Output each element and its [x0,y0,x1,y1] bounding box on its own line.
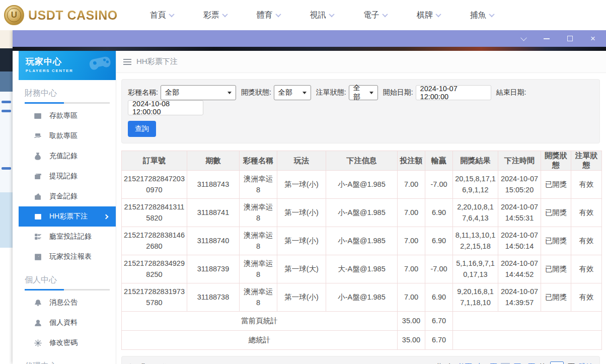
table-row: 215217282841311582031188741澳洲幸运8第一球(小)小-… [122,199,602,227]
column-header: 開獎狀態 [541,151,571,171]
gear-icon [34,339,42,347]
menu-icon[interactable] [123,59,131,65]
sidebar-item[interactable]: HH彩票下注 [19,206,116,227]
window-menu-chevron-icon[interactable] [519,35,527,43]
chevron-right-icon [104,214,109,219]
top-nav-item[interactable]: 彩票 [203,10,227,21]
top-nav-item[interactable]: 捕魚 [470,10,494,21]
query-button[interactable]: 查詢 [128,121,156,137]
table-cell: 已開獎 [541,171,571,199]
table-cell: 6.90 [425,227,453,255]
top-nav-item[interactable]: 首頁 [150,10,174,21]
brand-name: USDT CASINO [28,8,118,23]
sidebar-item[interactable]: 充值記錄 [19,146,116,166]
sidebar-section-title: 個人中心 [25,275,116,285]
table-cell: 有效 [571,171,602,199]
table-cell: 31188741 [187,199,240,227]
sidebar-item[interactable]: 修改密碼 [19,333,116,353]
table-cell: 31188740 [187,227,240,255]
table-cell: 有效 [571,199,602,227]
sidebar-item-label: 資金記錄 [49,192,78,201]
funds-record-icon [34,192,42,200]
table-cell: 6.90 [425,283,453,312]
table-cell: 8,11,13,10,12,2,15,18 [453,227,498,255]
sidebar-item-label: 玩家投注報表 [49,252,92,261]
top-nav-item-label: 體育 [257,10,273,21]
top-nav-item-label: 棋牌 [417,10,433,21]
top-nav-item[interactable]: 棋牌 [417,10,440,21]
table-cell: 2024-10-07 14:50:14 [498,227,541,255]
table-cell: 2152172828319735780 [122,283,187,312]
brand-logo[interactable]: U USDT CASINO [4,5,118,25]
top-nav-item[interactable]: 視訊 [310,10,334,21]
top-nav: 首頁彩票體育視訊電子棋牌捕魚 [150,10,494,21]
column-header: 訂單號 [122,151,187,171]
table-cell: 2,20,10,8,17,6,4,13 [453,199,498,227]
chevron-down-icon [222,12,228,17]
lottery-name-select[interactable]: 全部 [161,85,236,100]
table-cell: 9,20,16,8,17,1,18,10 [453,283,498,312]
draw-status-label: 開獎狀態: [241,88,271,97]
sidebar-item-label: 個人資料 [49,318,78,327]
table-cell: 已開獎 [541,227,571,255]
sidebar-item[interactable]: 取款專區 [19,126,116,146]
site-top-bar: U USDT CASINO 首頁彩票體育視訊電子棋牌捕魚 [0,0,606,30]
chevron-down-icon [329,12,334,17]
table-row: 215217282838146268031188740澳洲幸运8第一球(小)小-… [122,227,602,255]
close-icon[interactable]: × [589,35,597,43]
sidebar-item[interactable]: 消息公告 [19,293,116,313]
sidebar-item[interactable]: 個人資料 [19,313,116,333]
draw-status-select[interactable]: 全部 [274,85,311,100]
column-header: 下注時間 [498,151,541,171]
sidebar-item[interactable]: 廳室投註記錄 [19,227,116,247]
order-status-select[interactable]: 全部 [349,85,378,100]
column-header: 玩法 [277,151,326,171]
sidebar-item[interactable]: 資金記錄 [19,186,116,206]
withdrawal-record-icon [34,172,42,180]
end-date-label: 結束日期: [496,88,526,97]
sidebar-item[interactable]: 存款專區 [19,106,116,126]
table-cell: 5,1,16,9,7,10,17,13 [453,255,498,283]
top-nav-item-label: 首頁 [150,10,166,21]
table-cell: 7.00 [398,199,425,227]
table-cell: 2152172828349298250 [122,255,187,283]
table-cell: 2024-10-07 14:44:52 [498,255,541,283]
sidebar-item[interactable]: 玩家投注報表 [19,247,116,267]
sidebar-item-label: 存款專區 [49,111,78,120]
jump-page-input[interactable] [550,361,564,364]
table-cell: 第一球(小) [277,171,326,199]
summary-bet-total: 35.00 [398,312,425,331]
hall-bet-record-icon [34,233,42,241]
top-nav-item-label: 捕魚 [470,10,486,21]
sidebar-section-title: 代理中心 [25,361,116,364]
table-cell: 20,15,8,17,16,9,1,12 [453,171,498,199]
table-cell: 有效 [571,255,602,283]
select-arrow-icon [369,92,373,94]
chevron-down-icon [169,12,174,17]
pagination-bar: 每頁顯示20條 共5条 首页 上一页 [1] 下一页 第 页 跳转 [121,356,600,364]
table-row: 215217282834929825031188739澳洲幸运8第一球(大)大-… [122,255,602,283]
table-cell: 7.00 [398,171,425,199]
summary-empty-cell [453,312,602,331]
table-cell: 第一球(小) [277,227,326,255]
minimize-icon[interactable] [543,35,551,43]
table-cell: 已開獎 [541,283,571,312]
bell-icon [34,299,42,307]
summary-label: 總統計 [122,331,398,350]
maximize-icon[interactable] [566,35,574,43]
table-cell: 第一球(大) [277,255,326,283]
app-window: × 玩家中心 PLAYERS CENTER [13,30,606,364]
end-date-input[interactable]: 2024-10-08 12:00:00 [128,100,203,115]
sidebar-item[interactable]: 提現記錄 [19,166,116,186]
order-status-label: 注單狀態: [316,88,346,97]
start-date-input[interactable]: 2024-10-07 12:00:00 [416,85,491,100]
column-header: 下注信息 [326,151,398,171]
sidebar-item-label: 取款專區 [49,131,78,140]
table-cell: 澳洲幸运8 [240,283,277,312]
top-nav-item[interactable]: 體育 [257,10,280,21]
select-arrow-icon [228,92,232,94]
column-header: 輸贏 [425,151,453,171]
person-icon [34,319,42,327]
top-nav-item[interactable]: 電子 [363,10,387,21]
banner-edge-strip [13,47,606,51]
